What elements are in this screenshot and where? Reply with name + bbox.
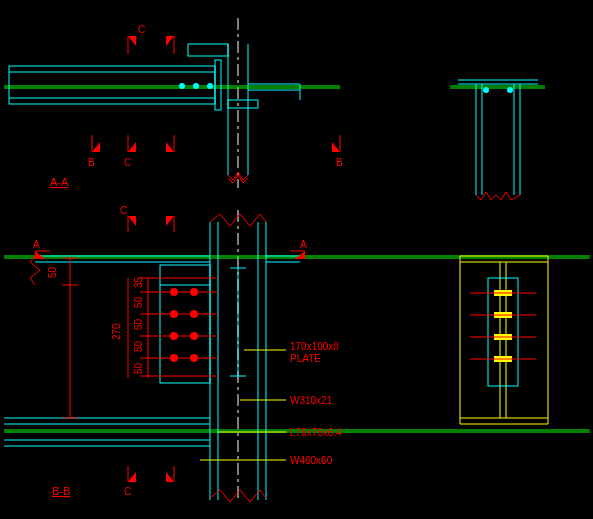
svg-text:C: C <box>138 24 145 35</box>
cad-drawing: C B B C A-A <box>0 0 593 519</box>
svg-text:C: C <box>124 486 131 497</box>
callouts: 170x100x8 PLATE W310x21 L76x76x6.4 W460x… <box>200 341 342 466</box>
label-bb: B-B <box>52 485 70 497</box>
view-aux-top-right <box>450 80 545 200</box>
svg-marker-104 <box>128 472 136 482</box>
svg-marker-107 <box>166 472 174 482</box>
svg-point-14 <box>179 83 185 89</box>
dim-chain: 50 270 50 50 50 50 35 <box>47 258 148 418</box>
svg-text:W460x60: W460x60 <box>290 455 333 466</box>
svg-text:50: 50 <box>47 266 58 278</box>
view-bb: 50 270 50 50 50 50 35 A A C <box>4 205 590 502</box>
svg-text:35: 35 <box>133 276 144 288</box>
svg-marker-21 <box>166 36 174 46</box>
view-cc <box>460 256 548 424</box>
svg-marker-99 <box>128 216 136 226</box>
svg-rect-9 <box>188 44 228 56</box>
svg-marker-102 <box>166 216 174 226</box>
svg-point-15 <box>193 83 199 89</box>
svg-rect-6 <box>215 60 221 110</box>
svg-text:W310x21: W310x21 <box>290 395 333 406</box>
svg-text:L76x76x6.4: L76x76x6.4 <box>290 427 342 438</box>
svg-text:B: B <box>88 157 95 168</box>
svg-marker-23 <box>92 142 100 152</box>
svg-text:50: 50 <box>133 296 144 308</box>
svg-point-42 <box>507 87 513 93</box>
label-aa: A-A <box>50 176 69 188</box>
svg-marker-18 <box>128 36 136 46</box>
svg-text:A: A <box>300 239 307 250</box>
svg-text:170x100x8: 170x100x8 <box>290 341 339 352</box>
svg-marker-29 <box>128 142 136 152</box>
svg-text:B: B <box>336 157 343 168</box>
section-c-top: C <box>128 24 174 54</box>
svg-rect-63 <box>160 265 210 383</box>
svg-text:PLATE: PLATE <box>290 353 321 364</box>
svg-rect-13 <box>228 100 258 108</box>
svg-text:50: 50 <box>133 340 144 352</box>
svg-text:50: 50 <box>133 318 144 330</box>
svg-text:270: 270 <box>111 323 122 340</box>
svg-text:A: A <box>33 239 40 250</box>
svg-point-16 <box>207 83 213 89</box>
svg-text:C: C <box>120 205 127 216</box>
section-b-bottom: B B C <box>88 135 343 168</box>
svg-text:50: 50 <box>133 362 144 374</box>
svg-marker-26 <box>332 142 340 152</box>
svg-marker-32 <box>166 142 174 152</box>
bolt-group <box>140 278 218 376</box>
svg-text:C: C <box>124 157 131 168</box>
view-aa: C B B C A-A <box>4 18 343 188</box>
svg-point-41 <box>483 87 489 93</box>
